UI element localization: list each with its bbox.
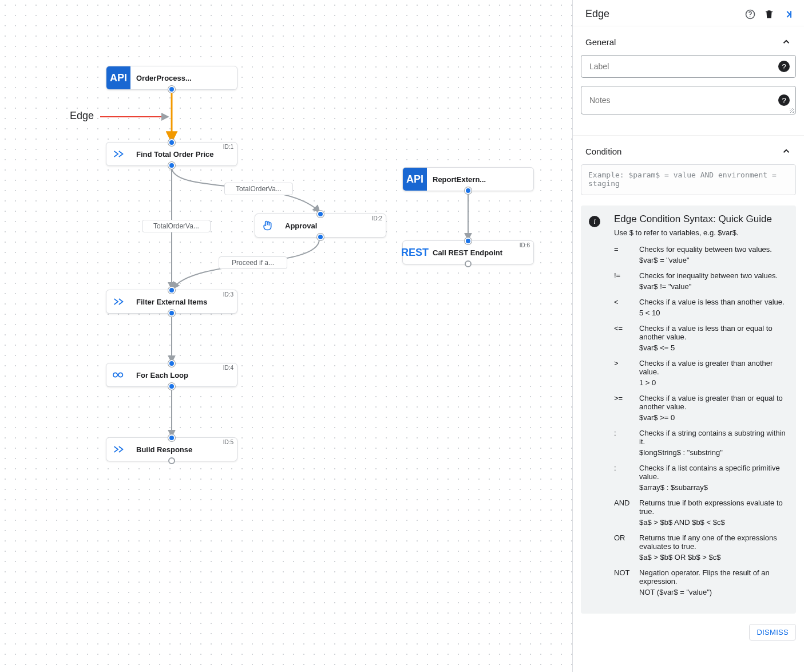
edge-wires: [0, 0, 572, 672]
operator-symbol: =: [614, 245, 639, 264]
operator-row: :Checks if a string contains a substring…: [614, 429, 788, 457]
node-label: Call REST Endpoint: [427, 241, 533, 264]
port-top[interactable]: [168, 139, 175, 146]
edge-label[interactable]: Proceed if a...: [219, 256, 287, 269]
section-condition-header[interactable]: Condition: [573, 135, 804, 164]
flow-canvas[interactable]: Edge API OrderProcess... Find Total Orde…: [0, 0, 572, 672]
node-call-rest[interactable]: REST Call REST Endpoint ID:6: [402, 240, 534, 264]
port-bottom[interactable]: [168, 457, 175, 464]
operator-example: 5 < 10: [639, 309, 785, 317]
port-bottom[interactable]: [465, 260, 472, 267]
operator-symbol: :: [614, 429, 639, 457]
port-top[interactable]: [317, 211, 324, 218]
label-input[interactable]: [588, 61, 771, 72]
node-label: Build Response: [130, 438, 237, 461]
operator-desc: Checks if a list contains a specific pri…: [639, 464, 788, 481]
operator-row: :Checks if a list contains a specific pr…: [614, 464, 788, 492]
operator-example: $var$ >= 0: [639, 413, 788, 422]
operator-example: $var$ <= 5: [639, 343, 788, 352]
operator-desc: Checks if a value is less than or equal …: [639, 324, 788, 341]
node-approval[interactable]: Approval ID:2: [255, 214, 386, 238]
guide-title: Edge Condition Syntax: Quick Guide: [614, 214, 788, 225]
mapping-icon: [106, 290, 130, 313]
operator-desc: Returns true if any one of the expressio…: [639, 533, 788, 551]
node-order-process[interactable]: API OrderProcess...: [106, 66, 237, 90]
dismiss-button[interactable]: DISMISS: [749, 624, 796, 641]
node-build-response[interactable]: Build Response ID:5: [106, 437, 237, 461]
operator-example: $array$ : $subarray$: [639, 483, 788, 492]
port-top[interactable]: [465, 238, 472, 244]
operator-desc: Negation operator. Flips the result of a…: [639, 568, 788, 586]
node-id: ID:3: [223, 291, 233, 298]
operator-symbol: !=: [614, 271, 639, 291]
operator-desc: Checks for equality between two values.: [639, 245, 772, 254]
mapping-icon: [106, 143, 130, 165]
guide-subtitle: Use $ to refer to variables, e.g. $var$.: [614, 228, 788, 237]
api-icon: API: [106, 66, 130, 89]
node-id: ID:2: [372, 215, 382, 222]
section-title: General: [585, 37, 616, 47]
help-icon[interactable]: [744, 9, 756, 20]
edge-properties-panel: Edge General ? ? Condition: [572, 0, 804, 672]
api-icon: API: [403, 168, 427, 191]
port-bottom[interactable]: [465, 187, 472, 194]
operator-example: $longString$ : "substring": [639, 448, 788, 457]
port-bottom[interactable]: [168, 86, 175, 93]
operator-symbol: <=: [614, 324, 639, 352]
loop-icon: [106, 363, 130, 386]
node-label: OrderProcess...: [130, 66, 237, 89]
syntax-guide: i Edge Condition Syntax: Quick Guide Use…: [581, 205, 796, 614]
info-icon: i: [589, 216, 600, 227]
collapse-panel-icon[interactable]: [782, 9, 794, 20]
operator-desc: Checks if a string contains a substring …: [639, 429, 788, 446]
node-label: Find Total Order Price: [130, 143, 237, 165]
trash-icon[interactable]: [764, 9, 774, 20]
operator-example: 1 > 0: [639, 378, 788, 387]
port-top[interactable]: [168, 360, 175, 367]
edge-label[interactable]: TotalOrderVa...: [142, 220, 211, 232]
mapping-icon: [106, 438, 130, 461]
operator-symbol: >=: [614, 394, 639, 422]
node-for-each[interactable]: For Each Loop ID:4: [106, 363, 237, 387]
svg-point-1: [750, 16, 751, 17]
node-label: For Each Loop: [130, 363, 237, 386]
operator-symbol: :: [614, 464, 639, 492]
operator-row: <Checks if a value is less than another …: [614, 298, 788, 317]
operator-example: $a$ > $b$ AND $b$ < $c$: [639, 518, 788, 527]
operator-example: $var$ = "value": [639, 256, 772, 264]
edge-label[interactable]: TotalOrderVa...: [224, 183, 293, 195]
section-title: Condition: [585, 147, 621, 156]
rest-icon: REST: [403, 241, 427, 264]
condition-input[interactable]: Example: $param$ = value AND environment…: [581, 164, 796, 195]
port-bottom[interactable]: [168, 162, 175, 169]
port-bottom[interactable]: [168, 310, 175, 317]
operator-row: ANDReturns true if both expressions eval…: [614, 499, 788, 527]
node-label: Approval: [279, 214, 386, 237]
node-id: ID:5: [223, 439, 233, 445]
operator-row: >=Checks if a value is greater than or e…: [614, 394, 788, 422]
notes-input[interactable]: [588, 95, 771, 105]
port-top[interactable]: [168, 287, 175, 294]
operator-desc: Checks if a value is less than another v…: [639, 298, 785, 306]
section-general-header[interactable]: General: [573, 26, 804, 55]
chevron-up-icon: [781, 146, 791, 156]
approval-icon: [255, 214, 279, 237]
label-field[interactable]: ?: [581, 55, 796, 78]
node-filter-items[interactable]: Filter External Items ID:3: [106, 290, 237, 314]
chevron-up-icon: [781, 37, 791, 47]
notes-field[interactable]: ?: [581, 86, 796, 114]
node-report-extern[interactable]: API ReportExtern...: [402, 167, 534, 191]
help-icon[interactable]: ?: [778, 61, 790, 72]
node-find-total[interactable]: Find Total Order Price ID:1: [106, 142, 237, 166]
node-id: ID:4: [223, 365, 233, 371]
edge-callout-label: Edge: [68, 110, 96, 122]
port-top[interactable]: [168, 434, 175, 441]
help-icon[interactable]: ?: [778, 94, 790, 106]
operator-example: $a$ > $b$ OR $b$ > $c$: [639, 553, 788, 562]
port-bottom[interactable]: [168, 383, 175, 390]
operator-desc: Checks for inequality between two values…: [639, 271, 778, 280]
resize-handle[interactable]: [790, 108, 794, 113]
operator-desc: Returns true if both expressions evaluat…: [639, 499, 788, 516]
port-bottom[interactable]: [317, 234, 324, 240]
operator-row: !=Checks for inequality between two valu…: [614, 271, 788, 291]
